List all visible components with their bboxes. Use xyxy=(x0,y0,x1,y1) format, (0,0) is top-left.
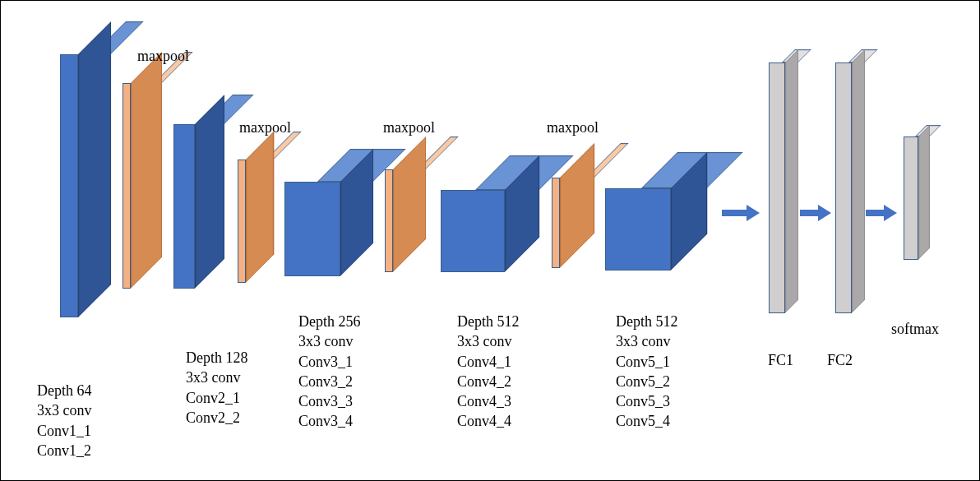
softmax-label: softmax xyxy=(891,319,939,339)
maxpool2-label: maxpool xyxy=(239,118,291,137)
block1-label: Depth 64 3x3 conv Conv1_1 Conv1_2 xyxy=(37,381,92,460)
maxpool3-label: maxpool xyxy=(383,118,435,137)
arrow-to-softmax xyxy=(866,205,897,221)
block4-label: Depth 512 3x3 conv Conv4_1 Conv4_2 Conv4… xyxy=(457,312,520,432)
fc2-label: FC2 xyxy=(827,350,853,370)
diagram-canvas: maxpool maxpool maxpool maxpool Depth 64… xyxy=(0,0,980,481)
block2-label: Depth 128 3x3 conv Conv2_1 Conv2_2 xyxy=(186,348,248,428)
maxpool4-label: maxpool xyxy=(547,118,599,137)
arrow-to-fc1 xyxy=(722,205,760,221)
block5-label: Depth 512 3x3 conv Conv5_1 Conv5_2 Conv5… xyxy=(616,312,678,432)
arrow-to-fc2 xyxy=(800,205,831,221)
block3-label: Depth 256 3x3 conv Conv3_1 Conv3_2 Conv3… xyxy=(298,312,361,432)
fc1-label: FC1 xyxy=(768,350,793,370)
maxpool1-label: maxpool xyxy=(137,46,189,66)
